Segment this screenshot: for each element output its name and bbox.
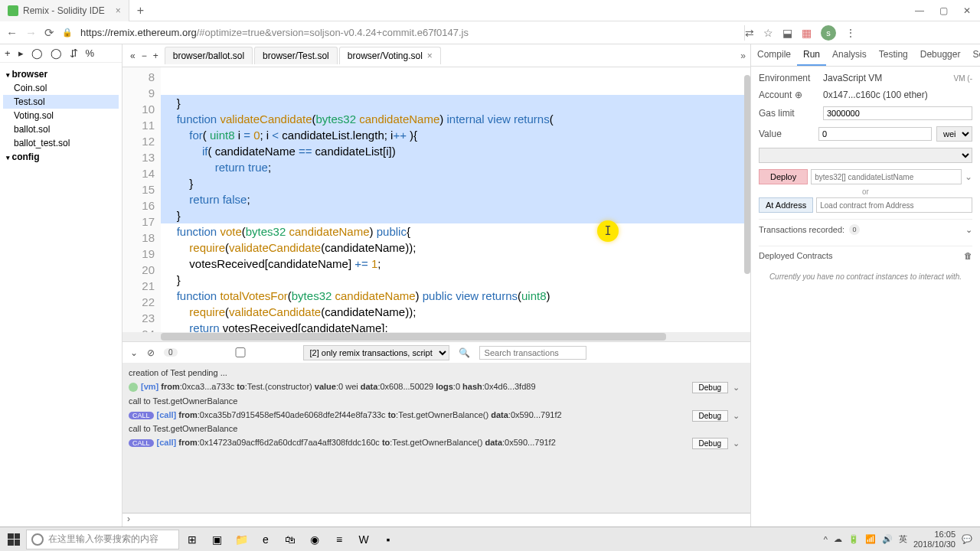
search-transactions-input[interactable] <box>479 346 586 360</box>
copy-account-icon[interactable]: ⊕ <box>795 90 802 100</box>
panel-tab[interactable]: Testing <box>873 44 914 66</box>
translate-icon[interactable]: ⇄ <box>745 27 754 39</box>
bookmark-icon[interactable]: ☆ <box>763 27 773 39</box>
deploy-args-input[interactable] <box>811 169 962 184</box>
value-unit-select[interactable]: wei <box>936 126 972 142</box>
editor-tab[interactable]: browser/ballot.sol <box>165 47 253 64</box>
listen-checkbox[interactable] <box>187 347 294 357</box>
editor-tab[interactable]: browser/Voting.sol× <box>339 47 441 64</box>
search-icon[interactable]: 🔍 <box>459 347 470 358</box>
line-gutter: 89101112131415161718192021222324 <box>122 67 161 332</box>
battery-icon[interactable]: 🔋 <box>848 534 859 544</box>
file-item[interactable]: Test.sol <box>3 95 119 109</box>
terminal-prompt[interactable]: › <box>122 513 750 527</box>
file-item[interactable]: ballot.sol <box>3 122 119 136</box>
deploy-button[interactable]: Deploy <box>759 169 808 184</box>
edge-icon[interactable]: e <box>254 529 277 550</box>
file-item[interactable]: Coin.sol <box>3 81 119 95</box>
vscode-icon[interactable]: ≡ <box>328 529 351 550</box>
code-editor[interactable]: 89101112131415161718192021222324 } funct… <box>122 67 750 332</box>
panel-tab[interactable]: Debugger <box>914 44 967 66</box>
menu-icon[interactable]: ⋮ <box>845 27 856 39</box>
folder-browser[interactable]: browser <box>3 67 119 81</box>
link-icon[interactable]: % <box>86 47 95 59</box>
cmd-icon[interactable]: ▪ <box>377 529 400 550</box>
app-icon[interactable]: ▣ <box>205 529 228 550</box>
deployed-contracts-header: Deployed Contracts 🗑 <box>759 246 972 265</box>
collapse-right-icon[interactable]: » <box>740 51 750 61</box>
account-value[interactable]: 0x147...c160c (100 ether) <box>823 90 972 100</box>
terminal-line: CALL[call] from:0x14723a09acff6d2a60dcdf… <box>129 435 744 449</box>
terminal-toggle-icon[interactable]: ⌄ <box>130 347 138 358</box>
new-file-icon[interactable]: + <box>5 47 11 59</box>
remix-favicon <box>8 5 18 16</box>
back-icon[interactable]: ← <box>6 26 18 39</box>
browser-address-bar: ← → ⟳ 🔒 https://remix.ethereum.org/#opti… <box>0 21 980 44</box>
filter-select[interactable]: [2] only remix transactions, script <box>303 345 449 360</box>
close-tab-icon[interactable]: × <box>116 5 121 16</box>
volume-icon[interactable]: 🔊 <box>882 534 893 544</box>
browser-tab[interactable]: Remix - Solidity IDE × <box>0 0 129 21</box>
tx-recorded-header[interactable]: Transactions recorded: 0 ⌄ <box>759 219 972 240</box>
trash-icon[interactable]: 🗑 <box>964 251 972 260</box>
zoom-out-icon[interactable]: − <box>142 51 147 61</box>
word-icon[interactable]: W <box>352 529 375 550</box>
value-input[interactable] <box>818 127 932 141</box>
expand-args-icon[interactable]: ⌄ <box>965 171 972 182</box>
url-field[interactable]: https://remix.ethereum.org/#optimize=tru… <box>80 27 737 38</box>
folder-config[interactable]: config <box>3 150 119 164</box>
collapse-left-icon[interactable]: « <box>130 51 136 61</box>
chrome-app-icon[interactable]: ◉ <box>303 529 326 550</box>
file-item[interactable]: ballot_test.sol <box>3 136 119 150</box>
extension2-icon[interactable]: ▦ <box>802 27 812 39</box>
terminal-clear-icon[interactable]: ⊘ <box>147 347 155 358</box>
panel-tab[interactable]: Compile <box>751 44 797 66</box>
panel-tab[interactable]: Settings <box>966 44 980 66</box>
onedrive-icon[interactable]: ☁ <box>834 534 842 544</box>
tray-up-icon[interactable]: ^ <box>824 535 828 544</box>
at-address-input[interactable] <box>816 197 972 213</box>
horizontal-scrollbar[interactable] <box>122 332 750 341</box>
code-area[interactable]: } function validateCandidate(bytes32 can… <box>161 67 750 332</box>
github-icon[interactable]: ◯ <box>31 47 43 59</box>
close-window-icon[interactable]: ✕ <box>963 5 971 16</box>
notifications-icon[interactable]: 💬 <box>962 534 972 544</box>
tx-recorded-count: 0 <box>849 224 860 235</box>
taskbar-clock[interactable]: 16:05 2018/10/30 <box>913 530 956 548</box>
file-item[interactable]: Voting.sol <box>3 109 119 122</box>
right-panel-tabs: CompileRunAnalysisTestingDebuggerSetting… <box>751 44 980 67</box>
store-icon[interactable]: 🛍 <box>279 529 302 550</box>
vertical-scrollbar[interactable] <box>743 67 750 332</box>
maximize-icon[interactable]: ▢ <box>939 5 948 16</box>
taskview-icon[interactable]: ⊞ <box>181 529 204 550</box>
panel-tab[interactable]: Run <box>797 44 826 66</box>
reload-icon[interactable]: ⟳ <box>44 26 54 40</box>
new-tab-button[interactable]: + <box>129 4 152 18</box>
forward-icon[interactable]: → <box>25 26 37 39</box>
at-address-button[interactable]: At Address <box>759 197 813 213</box>
extension-icon[interactable]: ⬓ <box>782 27 792 39</box>
debug-button[interactable]: Debug <box>692 410 728 422</box>
zoom-in-icon[interactable]: + <box>153 51 158 61</box>
ime-indicator[interactable]: 英 <box>899 533 907 545</box>
env-value[interactable]: JavaScript VM <box>823 73 949 83</box>
gas-input[interactable] <box>823 106 972 120</box>
start-button[interactable] <box>3 529 24 550</box>
minimize-icon[interactable]: — <box>915 5 924 16</box>
debug-button[interactable]: Debug <box>692 382 728 393</box>
taskbar-search[interactable]: 在这里输入你要搜索的内容 <box>26 530 179 549</box>
gist-icon[interactable]: ◯ <box>51 47 62 59</box>
explorer-icon[interactable]: 📁 <box>230 529 253 550</box>
debug-button[interactable]: Debug <box>692 438 728 449</box>
wifi-icon[interactable]: 📶 <box>865 534 876 544</box>
contract-select[interactable] <box>759 148 972 163</box>
open-folder-icon[interactable]: ▸ <box>18 47 24 59</box>
chevron-down-icon[interactable]: ⌄ <box>965 225 972 235</box>
terminal-line: creation of Test pending ... <box>129 366 744 380</box>
panel-tab[interactable]: Analysis <box>826 44 873 66</box>
profile-avatar[interactable]: s <box>821 25 836 41</box>
copy-icon[interactable]: ⇵ <box>70 47 78 59</box>
browser-tab-title: Remix - Solidity IDE <box>23 5 105 16</box>
terminal[interactable]: creation of Test pending ...[vm] from:0x… <box>122 363 750 513</box>
editor-tab[interactable]: browser/Test.sol <box>254 47 338 64</box>
